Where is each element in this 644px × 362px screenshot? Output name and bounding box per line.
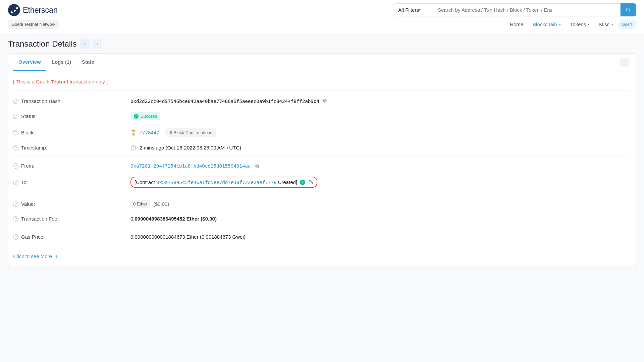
- tab-logs[interactable]: Logs (1): [46, 54, 76, 71]
- copy-icon[interactable]: [323, 99, 328, 104]
- chevron-right-icon: ›: [97, 41, 98, 47]
- row-timestamp: ? Timestamp: 🕒 2 mins ago (Oct-16-2022 0…: [13, 141, 631, 155]
- nav-blockchain-label: Blockchain: [533, 21, 557, 27]
- label-value: Value:: [21, 201, 35, 207]
- label-tx-hash: Transaction Hash:: [21, 98, 62, 104]
- nav-misc[interactable]: Misc ▾: [599, 21, 613, 27]
- nav-tokens[interactable]: Tokens ▾: [570, 21, 590, 27]
- network-switch-badge[interactable]: Goerli: [619, 20, 636, 29]
- value-gas: 0.000000000001884673 Ether (0.001884673 …: [130, 234, 246, 240]
- search-button[interactable]: [621, 3, 636, 16]
- testnet-warning: [ This is a Goerli Testnet transaction o…: [13, 77, 631, 91]
- tab-state[interactable]: State: [76, 54, 100, 71]
- next-tx-button[interactable]: ›: [93, 39, 102, 49]
- label-block: Block:: [21, 130, 35, 135]
- see-more-toggle[interactable]: Click to see More ↓: [13, 247, 631, 259]
- value-fee: 0.000004998386495452 Ether ($0.00): [130, 216, 217, 222]
- to-contract-highlight: [Contract 0x5a738a5c5fe46a1fd5ee7dd7e38f…: [130, 177, 317, 188]
- row-value: ? Value: 0 Ether ($0.00): [13, 194, 631, 212]
- to-contract-prefix: [Contract: [135, 179, 156, 185]
- search-icon: [626, 7, 631, 13]
- card-menu-button[interactable]: ⋮: [620, 58, 630, 67]
- help-icon[interactable]: ?: [13, 201, 18, 207]
- help-icon[interactable]: ?: [13, 216, 18, 222]
- arrow-down-icon: ↓: [55, 253, 58, 259]
- row-block: ? Block: ⌛ 7778447 9 Block Confirmations: [13, 124, 631, 141]
- block-link[interactable]: 7778447: [140, 130, 159, 135]
- label-to: To:: [21, 179, 28, 185]
- value-timestamp: 2 mins ago (Oct-16-2022 08:26:00 AM +UTC…: [140, 145, 241, 150]
- help-icon[interactable]: ?: [13, 114, 18, 119]
- chevron-left-icon: ‹: [84, 41, 86, 47]
- chevron-down-icon: ▾: [419, 8, 421, 12]
- testnet-warning-prefix: [ This is a Goerli: [13, 79, 51, 84]
- help-icon[interactable]: ?: [13, 180, 18, 185]
- status-text: Success: [141, 114, 157, 119]
- chevron-down-icon: ▾: [611, 23, 613, 26]
- row-to: ? To: [Contract 0x5a738a5c5fe46a1fd5ee7d…: [13, 173, 631, 192]
- check-circle-icon: ✓: [134, 114, 139, 119]
- network-badge: Goerli Testnet Network: [8, 20, 59, 29]
- help-icon[interactable]: ?: [13, 130, 18, 135]
- label-timestamp: Timestamp:: [21, 145, 47, 150]
- chevron-down-icon: ▾: [588, 23, 590, 26]
- help-icon[interactable]: ?: [13, 145, 18, 150]
- row-gas: ? Gas Price: 0.000000000001884673 Ether …: [13, 228, 631, 244]
- see-more-label: Click to see More: [13, 253, 52, 259]
- from-address-link[interactable]: 0xa7281f294f7254cb1a8fbd40cd15d015504314…: [130, 163, 251, 169]
- main-nav: Home Blockchain ▾ Tokens ▾ Misc ▾: [510, 21, 613, 27]
- brand-logo[interactable]: Etherscan: [8, 4, 58, 16]
- label-status: Status:: [21, 113, 37, 119]
- label-from: From:: [21, 163, 34, 169]
- copy-icon[interactable]: [254, 163, 259, 169]
- search-input[interactable]: [433, 3, 621, 16]
- row-tx-hash: ? Transaction Hash: 0xd2d22cc04d97546bce…: [13, 94, 631, 108]
- verified-check-icon: ✓: [300, 180, 305, 185]
- tx-card: Overview Logs (1) State ⋮ [ This is a Go…: [8, 53, 636, 266]
- clock-icon: 🕒: [130, 145, 136, 150]
- nav-misc-label: Misc: [599, 21, 609, 27]
- hourglass-icon: ⌛: [130, 130, 136, 135]
- search-bar: All Filters ▾: [393, 3, 636, 16]
- chevron-down-icon: ▾: [559, 23, 561, 26]
- help-icon[interactable]: ?: [13, 99, 18, 104]
- to-contract-suffix: Created]: [276, 179, 297, 185]
- kebab-icon: ⋮: [623, 60, 627, 65]
- page-title: Transaction Details: [8, 39, 77, 49]
- row-fee: ? Transaction Fee: 0.000004998386495452 …: [13, 212, 631, 226]
- to-contract-link[interactable]: 0x5a738a5c5fe46a1fd5ee7dd7e38f722e2aef77…: [156, 180, 276, 185]
- testnet-warning-suffix: transaction only ]: [68, 79, 108, 84]
- prev-tx-button[interactable]: ‹: [80, 39, 90, 49]
- row-status: ? Status: ✓ Success: [13, 108, 631, 124]
- row-from: ? From: 0xa7281f294f7254cb1a8fbd40cd15d0…: [13, 157, 631, 173]
- block-confirmations: 9 Block Confirmations: [164, 128, 216, 137]
- brand-name: Etherscan: [23, 5, 58, 15]
- search-filter-label: All Filters: [398, 7, 419, 13]
- label-fee: Transaction Fee:: [21, 216, 59, 222]
- nav-tokens-label: Tokens: [570, 21, 586, 27]
- logo-icon: [8, 4, 20, 16]
- nav-home[interactable]: Home: [510, 21, 523, 27]
- help-icon[interactable]: ?: [13, 163, 18, 169]
- search-filter-dropdown[interactable]: All Filters ▾: [393, 3, 433, 16]
- status-badge: ✓ Success: [130, 112, 160, 120]
- tabs: Overview Logs (1) State ⋮: [8, 54, 636, 71]
- value-tx-hash: 0xd2d22cc04d97546bce842aa40bae77486a6f5a…: [130, 99, 319, 104]
- copy-icon[interactable]: [308, 180, 313, 185]
- value-ether-pill: 0 Ether: [130, 200, 150, 208]
- value-usd: ($0.00): [153, 201, 169, 207]
- testnet-warning-bold: Testnet: [51, 79, 68, 84]
- tab-overview[interactable]: Overview: [13, 54, 46, 71]
- label-gas: Gas Price:: [21, 234, 45, 240]
- nav-blockchain[interactable]: Blockchain ▾: [533, 21, 561, 27]
- help-icon[interactable]: ?: [13, 234, 18, 240]
